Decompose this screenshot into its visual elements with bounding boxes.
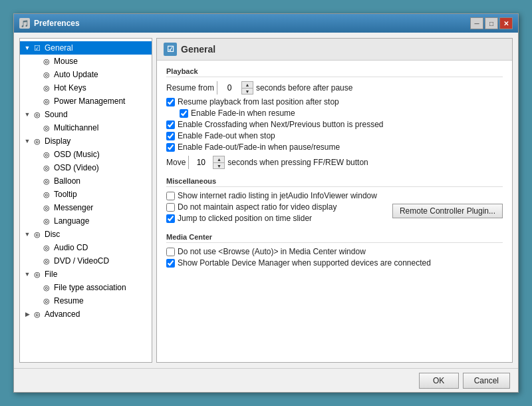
tree-item-file[interactable]: ▼◎File: [20, 268, 152, 281]
playback-cb1[interactable]: [166, 98, 175, 106]
tree-item-mouse[interactable]: ◎Mouse: [20, 55, 152, 68]
resume-row: Resume from 0 ▲ ▼ seconds before after p…: [166, 81, 503, 95]
tree-item-osdvideo[interactable]: ◎OSD (Video): [20, 161, 152, 174]
tree-label-osdmusic: OSD (Music): [54, 150, 100, 159]
tree-item-general[interactable]: ▼☑General: [20, 41, 152, 55]
tree-item-multichannel[interactable]: ◎Multichannel: [20, 121, 152, 134]
resume-down-btn[interactable]: ▼: [242, 88, 253, 94]
cancel-button[interactable]: Cancel: [463, 373, 510, 389]
ok-button[interactable]: OK: [419, 373, 459, 389]
tree-item-filetype[interactable]: ◎File type association: [20, 281, 152, 294]
mc-cb1[interactable]: [166, 248, 175, 256]
title-bar-left: 🎵 Preferences: [19, 18, 80, 29]
move-down-btn[interactable]: ▼: [213, 162, 224, 168]
node-icon-general: ☑: [32, 43, 43, 53]
tree-label-powermgmt: Power Management: [54, 97, 125, 106]
tree-item-hotkeys[interactable]: ◎Hot Keys: [20, 81, 152, 95]
tree-label-resume: Resume: [54, 296, 84, 305]
tree-label-mouse: Mouse: [54, 57, 78, 66]
resume-spinner[interactable]: 0 ▲ ▼: [217, 81, 253, 95]
expand-icon-general: ▼: [23, 45, 32, 51]
expand-icon-display: ▼: [23, 138, 32, 144]
tree-label-osdvideo: OSD (Video): [54, 163, 99, 172]
minimize-button[interactable]: ─: [470, 17, 483, 29]
tree-label-language: Language: [54, 216, 89, 226]
node-icon-display: ◎: [32, 136, 43, 146]
misc-row2: Do not maintain aspect ratio for video d…: [166, 202, 503, 225]
resume-up-btn[interactable]: ▲: [242, 82, 253, 88]
tree-item-language[interactable]: ◎Language: [20, 214, 152, 228]
window-title: Preferences: [34, 19, 80, 28]
tree-item-advanced[interactable]: ▶◎Advanced: [20, 307, 152, 321]
tree-label-sound: Sound: [45, 110, 68, 119]
maximize-button[interactable]: □: [485, 17, 498, 29]
tree-label-general: General: [45, 43, 73, 53]
panel-header: ☑ General: [157, 39, 512, 61]
tree-item-audiocd[interactable]: ◎Audio CD: [20, 241, 152, 254]
playback-cb4-row: Enable Fade-out when stop: [166, 131, 503, 140]
tree-label-disc: Disc: [45, 230, 60, 239]
move-input[interactable]: 10: [189, 156, 213, 169]
right-panel: ☑ General Playback Resume from 0 ▲ ▼: [156, 38, 513, 363]
window-body: ▼☑General◎Mouse◎Auto Update◎Hot Keys◎Pow…: [14, 33, 518, 368]
tree-item-balloon[interactable]: ◎Balloon: [20, 174, 152, 188]
tree-item-tooltip[interactable]: ◎Tooltip: [20, 188, 152, 201]
expand-icon-file: ▼: [23, 271, 32, 278]
tree-item-dvd[interactable]: ◎DVD / VideoCD: [20, 254, 152, 268]
tree-label-messenger: Messenger: [54, 203, 93, 212]
move-up-btn[interactable]: ▲: [213, 156, 224, 162]
misc-cb3-row: Jump to clicked position on time slider: [166, 214, 336, 223]
mc-cb2[interactable]: [166, 259, 175, 268]
media-center-title: Media Center: [166, 233, 503, 243]
misc-title: Miscellaneous: [166, 177, 503, 187]
playback-cb2[interactable]: [180, 109, 188, 118]
tree-item-resume[interactable]: ◎Resume: [20, 294, 152, 307]
playback-cb2-label: Enable Fade-in when resume: [191, 108, 295, 118]
node-icon-file: ◎: [32, 269, 43, 280]
playback-cb3[interactable]: [166, 120, 175, 129]
playback-cb4[interactable]: [166, 132, 175, 140]
tree-label-balloon: Balloon: [54, 176, 80, 186]
tree-item-autoupdate[interactable]: ◎Auto Update: [20, 68, 152, 81]
node-icon-disc: ◎: [32, 229, 43, 240]
node-icon-resume: ◎: [41, 296, 52, 306]
node-icon-tooltip: ◎: [41, 189, 52, 200]
panel-header-title: General: [181, 44, 215, 55]
mc-cb1-label: Do not use <Browse (Auto)> in Media Cent…: [178, 247, 366, 256]
misc-cb2-row: Do not maintain aspect ratio for video d…: [166, 202, 336, 212]
node-icon-powermgmt: ◎: [41, 96, 52, 106]
close-button[interactable]: ✕: [499, 17, 513, 29]
misc-cb3[interactable]: [166, 214, 175, 223]
node-icon-osdvideo: ◎: [41, 162, 52, 173]
misc-cb2[interactable]: [166, 203, 175, 212]
remote-controller-button[interactable]: Remote Controller Plugin...: [392, 204, 503, 218]
node-icon-hotkeys: ◎: [41, 83, 52, 93]
tree-item-osdmusic[interactable]: ◎OSD (Music): [20, 148, 152, 161]
window-footer: OK Cancel: [14, 368, 518, 392]
misc-cb2-label: Do not maintain aspect ratio for video d…: [178, 202, 336, 212]
resume-spinner-btns: ▲ ▼: [241, 82, 253, 94]
expand-icon-sound: ▼: [23, 111, 32, 118]
panel-header-icon: ☑: [164, 43, 177, 56]
resume-input[interactable]: 0: [217, 81, 241, 95]
tree-item-sound[interactable]: ▼◎Sound: [20, 108, 152, 121]
expand-icon-advanced: ▶: [23, 311, 32, 317]
misc-cb1[interactable]: [166, 192, 175, 200]
playback-cb5[interactable]: [166, 143, 175, 152]
tree-item-powermgmt[interactable]: ◎Power Management: [20, 95, 152, 108]
mc-cb2-row: Show Portable Device Manager when suppor…: [166, 258, 503, 268]
playback-title: Playback: [166, 67, 503, 77]
title-bar-controls: ─ □ ✕: [470, 17, 513, 29]
move-spinner[interactable]: 10 ▲ ▼: [188, 156, 225, 169]
tree-item-messenger[interactable]: ◎Messenger: [20, 201, 152, 214]
tree-item-disc[interactable]: ▼◎Disc: [20, 228, 152, 241]
node-icon-advanced: ◎: [32, 309, 43, 319]
playback-section: Playback Resume from 0 ▲ ▼ seconds befor…: [166, 67, 503, 169]
node-icon-language: ◎: [41, 216, 52, 226]
misc-cb1-label: Show internet radio listing in jetAudio …: [178, 191, 377, 200]
mc-cb1-row: Do not use <Browse (Auto)> in Media Cent…: [166, 247, 503, 256]
media-center-section: Media Center Do not use <Browse (Auto)> …: [166, 233, 503, 268]
tree-item-display[interactable]: ▼◎Display: [20, 134, 152, 148]
node-icon-audiocd: ◎: [41, 242, 52, 253]
tree-label-advanced: Advanced: [45, 309, 80, 319]
